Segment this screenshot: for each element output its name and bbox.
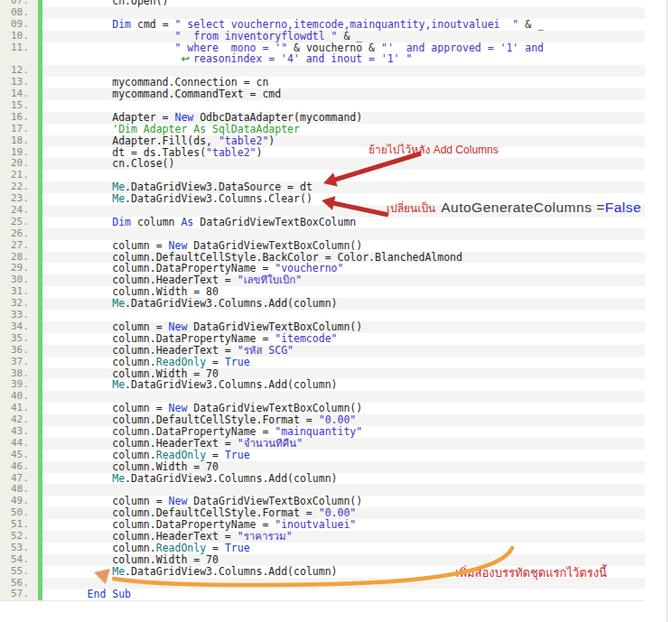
- line-number: 43.: [0, 426, 38, 438]
- line-number: 35.: [0, 333, 38, 345]
- code-line: 46. column.Width = 70: [0, 461, 645, 473]
- code-line: 12.: [0, 65, 645, 77]
- code-line-text: column = New DataGridViewTextBoxColumn(): [38, 321, 645, 333]
- line-number: 08.: [0, 7, 38, 19]
- code-line-text: " from inventoryflowdtl " & _: [38, 31, 645, 42]
- line-number: 10.: [0, 31, 38, 42]
- annotation-change-note-property: AutoGenerateColumns =: [441, 200, 605, 216]
- code-line-text: End Sub: [38, 589, 645, 600]
- code-line: 17. 'Dim Adapter As SqlDataAdapter: [0, 124, 645, 135]
- line-number: 54.: [0, 554, 38, 566]
- code-line-text: column.HeaderText = "จำนวนที่คืน": [38, 438, 645, 450]
- code-line-text: [38, 391, 645, 403]
- line-number: 57.: [0, 589, 38, 600]
- code-line: 42. column.DefaultCellStyle.Format = "0.…: [0, 414, 645, 426]
- line-number: 36.: [0, 345, 38, 357]
- code-line-text: Dim cmd = " select voucherno,itemcode,ma…: [38, 19, 645, 31]
- code-line-text: [38, 310, 645, 321]
- code-line: 38. column.Width = 70: [0, 368, 645, 380]
- code-line: 45. column.ReadOnly = True: [0, 450, 645, 461]
- code-line-text: column.DataPropertyName = "voucherno": [38, 263, 645, 274]
- line-number: 44.: [0, 438, 38, 450]
- line-number: 16.: [0, 112, 38, 124]
- code-line: 32. Me.DataGridView3.Columns.Add(column): [0, 298, 645, 310]
- code-line: 18. Adapter.Fill(ds, "table2"): [0, 135, 645, 147]
- code-line-text: 'Dim Adapter As SqlDataAdapter: [38, 124, 645, 135]
- code-line-text: column.Width = 80: [38, 286, 645, 298]
- code-line-text: Me.DataGridView3.Columns.Add(column): [38, 473, 645, 485]
- line-number: 25.: [0, 217, 38, 228]
- code-line: 40.: [0, 391, 645, 403]
- code-line-text: " where mono = '" & voucherno & "' and a…: [38, 42, 645, 54]
- code-line: 41. column = New DataGridViewTextBoxColu…: [0, 403, 645, 414]
- code-line-text: Me.DataGridView3.Columns.Add(column): [38, 379, 645, 391]
- line-number: 34.: [0, 321, 38, 333]
- code-line: 15.: [0, 100, 645, 112]
- code-line-text: Dim column As DataGridViewTextBoxColumn: [38, 217, 645, 228]
- code-line-text: cn.Close(): [38, 158, 645, 170]
- code-line-text: mycommand.Connection = cn: [38, 77, 645, 88]
- line-number: 27.: [0, 240, 38, 252]
- code-line-text: column.Width = 70: [38, 368, 645, 380]
- annotation-add-note: เพิ่มสองบรรทัดชุดแรกไว้ตรงนี้: [455, 563, 607, 582]
- code-line: 21.: [0, 170, 645, 181]
- annotation-change-note-value: False: [605, 200, 641, 216]
- annotation-move-note: ย้ายไปไว้หลัง Add Columns: [369, 141, 499, 158]
- code-line-text: column.DataPropertyName = "mainquantity": [38, 426, 645, 438]
- code-line-text: ↩ reasonindex = '4' and inout = '1' ": [38, 53, 645, 65]
- line-number: 26.: [0, 228, 38, 240]
- code-line-text: cn.Open(): [38, 0, 645, 7]
- code-lines-container: 07. cn.Open()08.09. Dim cmd = " select v…: [0, 0, 645, 600]
- code-line: 08.: [0, 7, 645, 19]
- code-line: 51. column.DataPropertyName = "inoutvalu…: [0, 519, 645, 531]
- code-line: 44. column.HeaderText = "จำนวนที่คืน": [0, 438, 645, 450]
- code-line: 20. cn.Close(): [0, 158, 645, 170]
- code-line-text: column.HeaderText = "เลขที่ใบเบิก": [38, 274, 645, 286]
- code-line-text: column.DefaultCellStyle.Format = "0.00": [38, 507, 645, 519]
- code-line-text: column.DataPropertyName = "itemcode": [38, 333, 645, 345]
- code-line-text: [38, 7, 645, 19]
- line-number: 37.: [0, 357, 38, 368]
- code-line: 57. End Sub: [0, 589, 645, 600]
- line-number: 53.: [0, 543, 38, 554]
- code-line: 25. Dim column As DataGridViewTextBoxCol…: [0, 217, 645, 228]
- code-line: 16. Adapter = New OdbcDataAdapter(mycomm…: [0, 112, 645, 124]
- line-number: 24.: [0, 205, 38, 217]
- code-line: 10. " from inventoryflowdtl " & _: [0, 31, 645, 42]
- line-number: 18.: [0, 135, 38, 147]
- code-line: ↩ reasonindex = '4' and inout = '1' ": [0, 53, 645, 65]
- code-line: 52. column.HeaderText = "ราคารวม": [0, 531, 645, 543]
- code-line: 39. Me.DataGridView3.Columns.Add(column): [0, 379, 645, 391]
- code-line: 50. column.DefaultCellStyle.Format = "0.…: [0, 507, 645, 519]
- line-number: 52.: [0, 531, 38, 543]
- code-line: 48.: [0, 484, 645, 496]
- line-number: 46.: [0, 461, 38, 473]
- code-line-text: mycommand.CommandText = cmd: [38, 88, 645, 100]
- line-number: 45.: [0, 450, 38, 461]
- code-line: 19. dt = ds.Tables("table2"): [0, 147, 645, 159]
- code-line-text: [38, 484, 645, 496]
- code-line: 09. Dim cmd = " select voucherno,itemcod…: [0, 19, 645, 31]
- code-line: 49. column = New DataGridViewTextBoxColu…: [0, 496, 645, 507]
- code-line-text: column.ReadOnly = True: [38, 450, 645, 461]
- line-wrap-icon: ↩: [181, 53, 193, 65]
- code-line-text: column.DefaultCellStyle.Format = "0.00": [38, 414, 645, 426]
- line-number: 55.: [0, 566, 38, 578]
- code-line: 33.: [0, 310, 645, 321]
- annotation-change-note-thai: เปลี่ยนเป็น: [387, 200, 435, 217]
- code-line: 11. " where mono = '" & voucherno & "' a…: [0, 42, 645, 54]
- code-line: 07. cn.Open(): [0, 0, 645, 7]
- code-line: 31. column.Width = 80: [0, 286, 645, 298]
- code-line-text: column.HeaderText = "ราคารวม": [38, 531, 645, 543]
- code-line: 43. column.DataPropertyName = "mainquant…: [0, 426, 645, 438]
- code-line: 13. mycommand.Connection = cn: [0, 77, 645, 88]
- code-line: 34. column = New DataGridViewTextBoxColu…: [0, 321, 645, 333]
- code-line-text: column.DefaultCellStyle.BackColor = Colo…: [38, 252, 645, 264]
- content-right-border: [667, 0, 667, 622]
- line-number: 09.: [0, 19, 38, 31]
- line-number: 17.: [0, 124, 38, 135]
- annotation-change-note: เปลี่ยนเป็น AutoGenerateColumns = False: [387, 200, 641, 217]
- code-line-text: column = New DataGridViewTextBoxColumn(): [38, 403, 645, 414]
- code-line: 47. Me.DataGridView3.Columns.Add(column): [0, 473, 645, 485]
- code-line: 37. column.ReadOnly = True: [0, 357, 645, 368]
